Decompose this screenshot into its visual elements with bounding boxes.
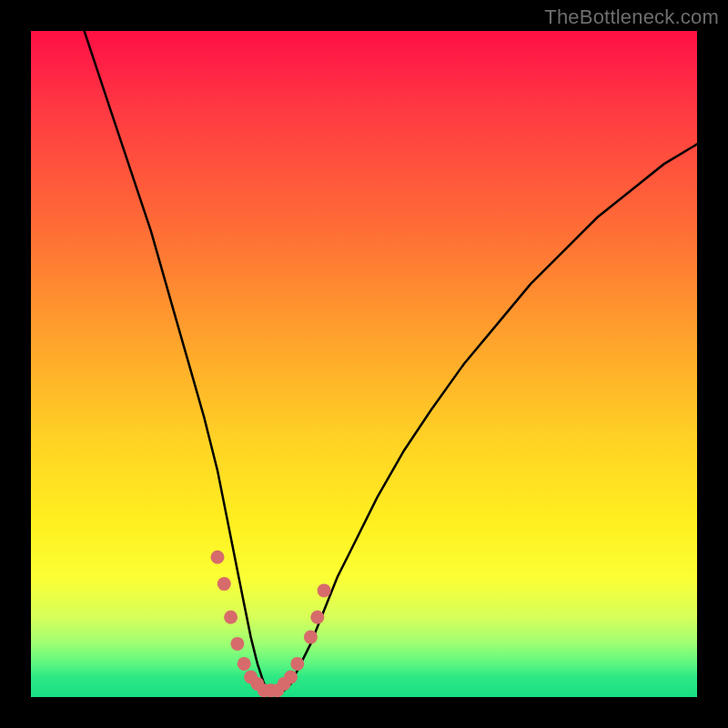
curve-marker xyxy=(224,611,238,624)
curve-marker xyxy=(211,551,225,564)
curve-marker xyxy=(310,611,324,624)
marker-group xyxy=(211,551,331,697)
curve-marker xyxy=(318,583,331,597)
curve-layer xyxy=(31,31,697,697)
curve-marker xyxy=(290,657,304,671)
bottleneck-curve xyxy=(85,31,697,691)
curve-marker xyxy=(217,577,231,591)
chart-frame: TheBottleneck.com xyxy=(0,0,728,728)
curve-marker xyxy=(238,657,251,671)
curve-marker xyxy=(230,637,244,651)
curve-marker xyxy=(284,671,298,684)
curve-marker xyxy=(304,631,318,644)
plot-area xyxy=(31,31,697,697)
watermark-text: TheBottleneck.com xyxy=(544,5,719,29)
